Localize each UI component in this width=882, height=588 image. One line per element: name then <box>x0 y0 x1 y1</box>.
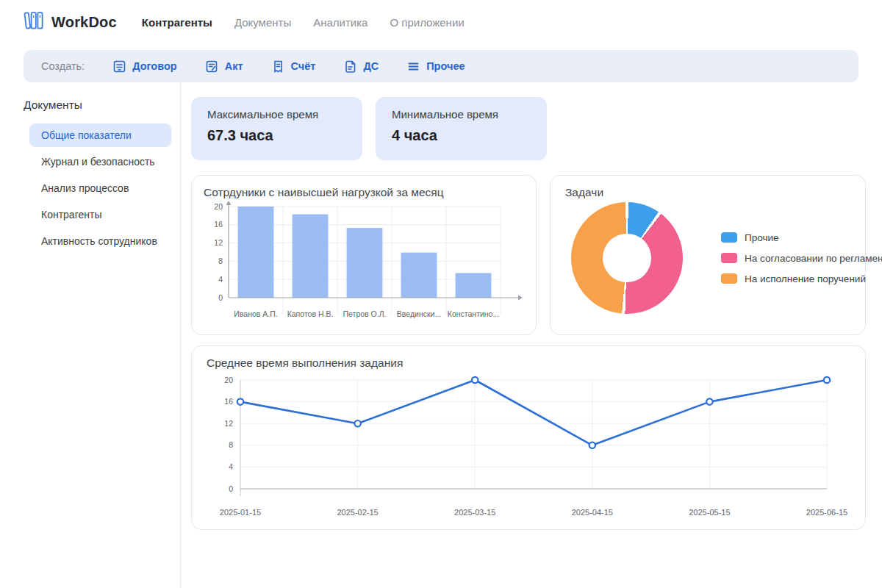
x-tick-label: 2025-05-15 <box>689 508 730 517</box>
brand: WorkDoc <box>24 11 117 33</box>
line-series <box>240 380 827 445</box>
data-point <box>472 377 478 383</box>
stat-value: 67.3 часа <box>207 127 346 144</box>
legend-item-na-soglasovanii[interactable]: На согласовании по регламенту <box>721 253 882 264</box>
x-category-label: Введински... <box>397 309 441 318</box>
main-nav: Контрагенты Документы Аналитика О прилож… <box>142 16 465 29</box>
sidebar-item-analiz-protsessov[interactable]: Анализ процессов <box>29 176 171 200</box>
y-tick-label: 12 <box>224 419 233 428</box>
menu-icon <box>406 60 420 74</box>
create-label: Создать: <box>41 60 85 72</box>
create-other-button[interactable]: Прочее <box>406 60 465 74</box>
x-axis-arrow-icon <box>518 295 523 301</box>
data-point <box>237 398 243 404</box>
create-toolbar: Создать: Договор Акт <box>24 50 858 82</box>
x-tick-label: 2025-02-15 <box>337 508 378 517</box>
y-axis-arrow-icon <box>226 201 232 205</box>
legend-item-na-ispolnenie[interactable]: На исполнение поручений <box>721 273 882 284</box>
donut-chart <box>571 202 683 314</box>
bar-chart-svg: 048121620Иванов А.П.Капотов Н.В.Петров О… <box>204 199 526 323</box>
legend-chip-pink <box>721 253 737 263</box>
stat-card-max-time: Максимальное время 67.3 часа <box>191 97 362 160</box>
y-tick-label: 0 <box>218 293 223 302</box>
brand-name: WorkDoc <box>51 14 117 31</box>
create-invoice-button[interactable]: Счёт <box>271 60 316 74</box>
x-tick-label: 2025-01-15 <box>220 508 261 517</box>
main-panel: Максимальное время 67.3 часа Минимальное… <box>181 82 882 588</box>
y-tick-label: 16 <box>224 397 233 406</box>
sidebar-item-aktivnost-sotrudnikov[interactable]: Активность сотрудников <box>29 229 171 253</box>
data-point <box>706 398 712 404</box>
invoice-icon <box>271 60 285 74</box>
content: Документы Общие показатели Журнал и безо… <box>0 82 882 588</box>
act-icon <box>205 60 219 74</box>
y-tick-label: 0 <box>229 484 233 493</box>
bar <box>238 207 274 298</box>
legend-chip-blue <box>721 232 737 243</box>
charts-row: Сотрдуники с наивысшей нагрузкой за меся… <box>191 175 866 335</box>
legend-chip-orange <box>721 273 737 284</box>
legend-label: На согласовании по регламенту <box>745 253 882 264</box>
y-tick-label: 12 <box>214 238 223 247</box>
x-category-label: Капотов Н.В. <box>287 309 334 318</box>
line-chart-title: Среднее время выполнения задания <box>207 356 850 370</box>
nav-tab-kontragenty[interactable]: Контрагенты <box>142 16 212 29</box>
y-tick-label: 16 <box>214 220 223 229</box>
nav-tab-dokumenty[interactable]: Документы <box>234 16 291 29</box>
sidebar-title: Документы <box>24 98 171 112</box>
nav-tab-analitika[interactable]: Аналитика <box>313 16 368 29</box>
bar <box>347 228 383 298</box>
create-act-label: Акт <box>225 60 243 72</box>
stat-label: Минимальное время <box>392 108 531 121</box>
y-tick-label: 8 <box>229 440 233 449</box>
create-other-label: Прочее <box>426 60 465 72</box>
stats-row: Максимальное время 67.3 часа Минимальное… <box>191 97 866 160</box>
bar <box>401 253 437 298</box>
donut-hole <box>603 234 650 282</box>
create-addendum-button[interactable]: ДС <box>343 60 379 74</box>
x-tick-label: 2025-06-15 <box>806 508 847 517</box>
line-chart-card: Среднее время выполнения задания 0481216… <box>191 345 866 530</box>
create-act-button[interactable]: Акт <box>205 60 243 74</box>
donut-chart-title: Задачи <box>565 186 850 199</box>
bar <box>456 273 492 298</box>
x-tick-label: 2025-04-15 <box>572 508 613 517</box>
data-point <box>354 420 360 426</box>
sidebar-item-obshchie-pokazateli[interactable]: Общие показатели <box>29 123 171 147</box>
sidebar: Документы Общие показатели Журнал и безо… <box>0 82 181 588</box>
sidebar-item-kontragenty[interactable]: Контрагенты <box>29 203 171 226</box>
nav-tab-o-prilozhenii[interactable]: О приложении <box>390 16 464 29</box>
create-contract-label: Договор <box>132 60 177 72</box>
bar-chart-title: Сотрдуники с наивысшей нагрузкой за меся… <box>204 186 524 199</box>
y-tick-label: 8 <box>218 257 223 265</box>
x-category-label: Иванов А.П. <box>234 309 277 318</box>
create-contract-button[interactable]: Договор <box>112 60 177 74</box>
donut-chart-body: Прочие На согласовании по регламенту На … <box>565 202 850 314</box>
contract-icon <box>112 60 126 74</box>
sidebar-item-zhurnal-i-bezopasnost[interactable]: Журнал и безопасность <box>29 150 171 173</box>
line-chart-svg: 0481216202025-01-152025-02-152025-03-152… <box>207 370 850 521</box>
y-tick-label: 4 <box>229 462 233 471</box>
y-tick-label: 20 <box>214 202 223 211</box>
stat-label: Максимальное время <box>207 108 346 121</box>
donut-legend: Прочие На согласовании по регламенту На … <box>721 232 882 284</box>
addendum-icon <box>343 60 357 74</box>
header: WorkDoc Контрагенты Документы Аналитика … <box>0 0 882 44</box>
workdoc-logo-icon <box>24 11 44 33</box>
data-point <box>589 442 595 448</box>
donut-chart-card: Задачи Прочие <box>550 175 866 335</box>
x-tick-label: 2025-03-15 <box>454 508 495 517</box>
y-tick-label: 20 <box>224 376 233 384</box>
create-addendum-label: ДС <box>363 60 379 72</box>
create-invoice-label: Счёт <box>291 60 316 72</box>
app-window: WorkDoc Контрагенты Документы Аналитика … <box>0 0 882 588</box>
bar <box>293 215 329 298</box>
legend-item-prochie[interactable]: Прочие <box>721 232 882 243</box>
bar-chart-card: Сотрдуники с наивысшей нагрузкой за меся… <box>191 175 537 335</box>
stat-value: 4 часа <box>392 127 531 144</box>
legend-label: Прочие <box>745 232 779 243</box>
stat-card-min-time: Минимальное время 4 часа <box>376 97 547 160</box>
x-category-label: Петров О.Л. <box>343 309 387 318</box>
y-tick-label: 4 <box>218 275 223 284</box>
x-category-label: Константино... <box>448 309 499 318</box>
